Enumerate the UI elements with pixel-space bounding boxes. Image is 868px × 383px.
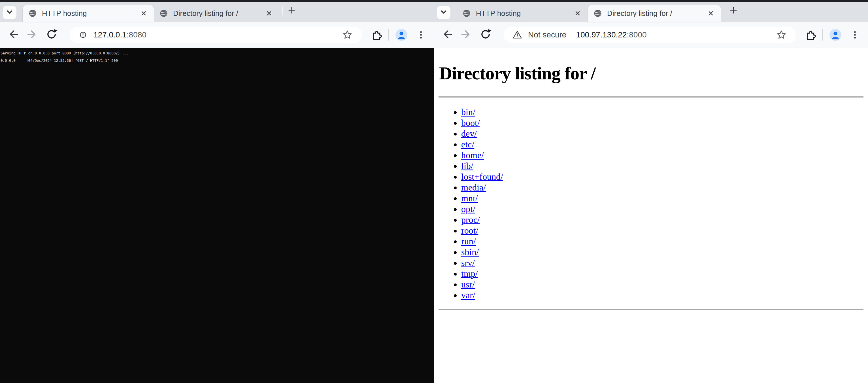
directory-link[interactable]: proc/: [461, 215, 480, 225]
url-text[interactable]: 100.97.130.22:8000: [576, 30, 647, 39]
directory-link[interactable]: root/: [461, 225, 478, 236]
tab-directory-listing[interactable]: Directory listing for /: [588, 4, 721, 22]
toolbar-right-group: [796, 29, 861, 41]
tab-close-icon[interactable]: [264, 8, 274, 19]
kebab-menu-button[interactable]: [849, 29, 861, 41]
reload-button[interactable]: [45, 29, 58, 41]
tab-close-icon[interactable]: [706, 8, 716, 19]
list-item: run/: [461, 236, 864, 247]
directory-listing-page: Directory listing for / bin/ boot/ dev/ …: [434, 48, 868, 383]
plus-icon: [285, 4, 298, 18]
back-arrow-icon: [441, 28, 453, 42]
back-button[interactable]: [441, 29, 453, 41]
extensions-puzzle-button[interactable]: [371, 29, 382, 41]
url-host: 100.97.130.22: [576, 30, 627, 39]
not-secure-warning-icon[interactable]: [512, 30, 522, 40]
reload-icon: [45, 28, 58, 42]
new-tab-button[interactable]: [285, 4, 299, 18]
globe-favicon-icon: [593, 9, 602, 18]
list-item: root/: [461, 225, 864, 236]
bookmark-star-button[interactable]: [776, 29, 787, 40]
bookmark-star-button[interactable]: [342, 29, 353, 40]
browser-window-right: HTTP hosting Directory listing for /: [434, 0, 868, 383]
tab-strip: HTTP hosting Directory listing for /: [434, 2, 868, 22]
chevron-down-icon: [4, 6, 15, 19]
tab-close-icon[interactable]: [572, 8, 583, 19]
tab-divider: [724, 6, 724, 15]
http-server-log-page: Serving HTTP on 0.0.0.0 port 8000 (http:…: [0, 48, 434, 383]
back-button[interactable]: [7, 29, 19, 41]
tab-search-button[interactable]: [3, 6, 17, 19]
list-item: dev/: [461, 128, 864, 139]
horizontal-rule: [438, 96, 864, 97]
url-text[interactable]: 127.0.0.1:8080: [93, 30, 147, 39]
list-item: boot/: [461, 117, 864, 128]
directory-link[interactable]: srv/: [461, 258, 475, 268]
new-tab-button[interactable]: [726, 4, 740, 18]
directory-link[interactable]: boot/: [461, 118, 480, 128]
toolbar-separator: [822, 29, 823, 40]
list-item: usr/: [461, 279, 864, 290]
reload-button[interactable]: [479, 29, 492, 41]
directory-link[interactable]: var/: [461, 290, 475, 300]
url-port: :8080: [127, 30, 147, 39]
list-item: bin/: [461, 107, 864, 117]
directory-link[interactable]: sbin/: [461, 247, 479, 257]
directory-link[interactable]: dev/: [461, 128, 477, 139]
server-log-line: Serving HTTP on 0.0.0.0 port 8000 (http:…: [1, 50, 434, 57]
tab-strip: HTTP hosting Directory listing for /: [0, 2, 434, 22]
list-item: media/: [461, 182, 864, 193]
list-item: lost+found/: [461, 171, 864, 182]
horizontal-rule: [438, 309, 864, 310]
not-secure-label: Not secure: [528, 30, 566, 39]
list-item: sbin/: [461, 247, 864, 257]
directory-link[interactable]: bin/: [461, 107, 475, 117]
window-frame-edge: [0, 0, 434, 2]
back-arrow-icon: [7, 28, 19, 42]
url-port: :8000: [627, 30, 647, 39]
url-host: 127.0.0.1: [93, 30, 127, 39]
directory-link[interactable]: home/: [461, 150, 484, 160]
forward-button[interactable]: [460, 29, 472, 41]
list-item: srv/: [461, 257, 864, 268]
tab-close-icon[interactable]: [138, 8, 149, 19]
directory-link[interactable]: mnt/: [461, 193, 478, 203]
chevron-down-icon: [438, 6, 449, 19]
forward-button[interactable]: [26, 29, 38, 41]
list-item: lib/: [461, 160, 864, 171]
browser-toolbar: Not secure 100.97.130.22:8000: [434, 22, 868, 48]
address-bar[interactable]: Not secure 100.97.130.22:8000: [504, 27, 796, 43]
window-frame-edge: [434, 0, 868, 2]
directory-link[interactable]: lost+found/: [461, 172, 503, 182]
server-log-line: 0.0.0.0 - - [04/Dec/2024 12:53:56] "GET …: [1, 57, 434, 64]
globe-favicon-icon: [462, 9, 471, 18]
forward-arrow-icon: [26, 28, 38, 42]
directory-link[interactable]: etc/: [461, 139, 474, 149]
directory-link[interactable]: media/: [461, 182, 486, 193]
directory-link[interactable]: run/: [461, 236, 476, 246]
directory-link[interactable]: opt/: [461, 204, 475, 214]
page-info-icon[interactable]: [78, 30, 88, 40]
address-bar[interactable]: 127.0.0.1:8080: [70, 27, 362, 43]
browser-toolbar: 127.0.0.1:8080: [0, 22, 434, 48]
tab-http-hosting[interactable]: HTTP hosting: [23, 4, 154, 22]
list-item: opt/: [461, 204, 864, 214]
list-item: proc/: [461, 214, 864, 225]
list-item: etc/: [461, 139, 864, 150]
directory-link[interactable]: lib/: [461, 161, 473, 171]
extensions-puzzle-button[interactable]: [805, 29, 816, 41]
tab-directory-listing[interactable]: Directory listing for /: [154, 4, 279, 22]
tab-title: HTTP hosting: [42, 9, 134, 18]
kebab-menu-button[interactable]: [415, 29, 427, 41]
profile-avatar-button[interactable]: [396, 29, 407, 41]
profile-avatar-button[interactable]: [830, 29, 841, 41]
directory-link[interactable]: usr/: [461, 279, 475, 290]
plus-icon: [727, 4, 740, 18]
tab-search-button[interactable]: [437, 6, 451, 19]
tab-http-hosting[interactable]: HTTP hosting: [457, 4, 588, 22]
list-item: mnt/: [461, 193, 864, 204]
forward-arrow-icon: [460, 28, 472, 42]
globe-favicon-icon: [28, 9, 37, 18]
directory-link[interactable]: tmp/: [461, 268, 478, 279]
tab-title: Directory listing for /: [173, 9, 259, 18]
